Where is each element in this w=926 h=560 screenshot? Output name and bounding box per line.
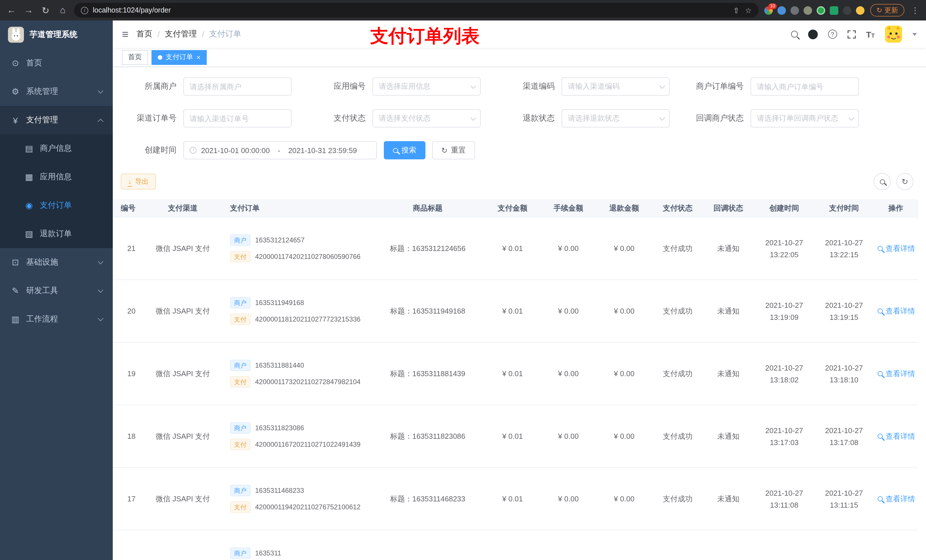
chrome-menu-icon[interactable]: ⋮ [910, 6, 920, 15]
filter-row-1: 所属商户 应用编号 请选择应用信息 渠道编码 请输入渠道编码 [121, 77, 918, 96]
reload-icon[interactable]: ↻ [40, 5, 51, 16]
view-detail-link[interactable]: 查看详情 [878, 306, 915, 316]
field-label: 渠道订单号 [121, 113, 183, 124]
chevron-down-icon [660, 83, 665, 89]
app-title: 芋道管理系统 [30, 30, 77, 40]
field-label: 商户订单编号 [688, 82, 750, 92]
chevron-down-icon [98, 88, 103, 94]
dashboard-icon: ⊙ [10, 58, 21, 68]
merchant-tag: 商户 [230, 548, 251, 559]
tab-pay-order[interactable]: 支付订单 × [151, 50, 207, 65]
forward-icon[interactable]: → [23, 5, 34, 15]
active-dot-icon [158, 55, 162, 59]
view-detail-link[interactable]: 查看详情 [878, 243, 915, 254]
sidebar: 芋道管理系统 ⊙ 首页 ⚙ 系统管理 ¥ 支付管理 ▤ 商户信息 [0, 21, 113, 560]
close-icon[interactable]: × [197, 53, 200, 61]
tool-icon: ✎ [10, 286, 21, 296]
chevron-down-icon [98, 315, 103, 321]
fullscreen-icon[interactable] [847, 30, 856, 38]
view-detail-link[interactable]: 查看详情 [878, 368, 915, 379]
chevron-down-icon [98, 259, 103, 264]
avatar-caret-icon[interactable] [912, 33, 917, 36]
pin-extension-icon[interactable] [843, 6, 851, 15]
download-icon: ↓ [128, 178, 132, 185]
hamburger-icon[interactable]: ≡ [122, 27, 129, 41]
payment-submenu: ▤ 商户信息 ▦ 应用信息 ◉ 支付订单 ▧ 退款订单 [0, 134, 113, 248]
search-button[interactable]: 搜索 [384, 141, 425, 159]
clock-icon [190, 147, 197, 154]
pay-tag: 支付 [230, 439, 251, 450]
sidebar-item-pay-order[interactable]: ◉ 支付订单 [0, 191, 113, 220]
extension-icon[interactable] [803, 6, 812, 15]
breadcrumb-home[interactable]: 首页 [136, 29, 152, 39]
briefcase-icon: ▥ [10, 314, 21, 325]
search-icon [393, 148, 398, 153]
app-select[interactable]: 请选择应用信息 [372, 77, 481, 96]
merchant-tag: 商户 [230, 234, 251, 246]
orders-table: 编号 支付渠道 支付订单 商品标题 支付金额 手续金额 退款金额 支付状态 回调… [113, 199, 918, 560]
refund-status-select[interactable]: 请选择退款状态 [561, 109, 670, 127]
chevron-down-icon [471, 115, 476, 120]
app-logo [8, 27, 24, 43]
search-icon [878, 371, 883, 376]
update-refresh-icon: ↻ [876, 6, 882, 14]
field-label: 支付状态 [310, 113, 372, 124]
extension-icon[interactable] [830, 6, 838, 15]
address-bar[interactable]: i localhost:1024/pay/order ⇧ ☆ [74, 3, 758, 18]
sidebar-item-payment[interactable]: ¥ 支付管理 [0, 106, 113, 134]
notify-status-select[interactable]: 请选择订单回调商户状态 [750, 109, 859, 127]
user-avatar[interactable] [885, 26, 902, 43]
browser-chrome: ← → ↻ ⌂ i localhost:1024/pay/order ⇧ ☆ 1… [0, 0, 926, 21]
view-detail-link[interactable]: 查看详情 [878, 494, 915, 504]
share-icon[interactable]: ⇧ [733, 6, 740, 15]
grid-icon: ▦ [24, 172, 34, 182]
main-area: ≡ 首页 / 支付管理 / 支付订单 支付订单列表 ? TT [113, 21, 926, 560]
card-icon: ▤ [24, 143, 34, 154]
refresh-table-button[interactable]: ↻ [896, 173, 914, 190]
pay-tag: 支付 [230, 251, 251, 263]
help-icon[interactable]: ? [828, 30, 837, 39]
sidebar-item-infrastructure[interactable]: ⊡ 基础设施 [0, 248, 113, 276]
toggle-search-button[interactable] [874, 173, 891, 190]
font-size-icon[interactable]: TT [866, 29, 875, 39]
table-toolbar: ↓ 导出 ↻ [121, 173, 918, 190]
search-icon[interactable] [791, 31, 797, 38]
merchant-select-input[interactable] [183, 77, 292, 96]
sidebar-item-system[interactable]: ⚙ 系统管理 [0, 77, 113, 106]
profile-face-icon[interactable] [856, 6, 864, 15]
extension-icon[interactable] [790, 6, 799, 15]
extension-icon[interactable] [777, 6, 786, 15]
reset-button[interactable]: ↻ 重置 [432, 141, 475, 159]
extension-icon[interactable]: 10 [764, 6, 773, 15]
search-icon [878, 308, 883, 314]
export-button[interactable]: ↓ 导出 [121, 174, 156, 190]
extension-icon[interactable] [817, 6, 825, 15]
sidebar-item-refund-order[interactable]: ▧ 退款订单 [0, 220, 113, 248]
sidebar-item-home[interactable]: ⊙ 首页 [0, 49, 113, 77]
refresh-icon: ↻ [441, 146, 448, 154]
info-icon[interactable]: i [81, 6, 88, 14]
merchant-order-no-input[interactable] [750, 77, 859, 96]
home-icon[interactable]: ⌂ [57, 5, 68, 15]
tab-home[interactable]: 首页 [122, 50, 148, 65]
channel-order-no-input[interactable] [183, 109, 292, 127]
target-icon: ◉ [24, 200, 34, 211]
github-icon[interactable] [808, 29, 817, 39]
pay-tag: 支付 [230, 501, 251, 513]
table-row: 19 微信 JSAPI 支付 商户1635311881440 支付4200001… [113, 343, 918, 405]
chrome-update-button[interactable]: ↻ 更新 [870, 4, 904, 17]
field-label: 回调商户状态 [688, 113, 750, 124]
sidebar-item-app-info[interactable]: ▦ 应用信息 [0, 163, 113, 191]
pay-status-select[interactable]: 请选择支付状态 [372, 109, 481, 127]
breadcrumb-payment[interactable]: 支付管理 [165, 29, 197, 39]
back-icon[interactable]: ← [6, 5, 17, 15]
sidebar-item-merchant-info[interactable]: ▤ 商户信息 [0, 134, 113, 163]
sidebar-item-workflow[interactable]: ▥ 工作流程 [0, 305, 113, 334]
page: ← → ↻ ⌂ i localhost:1024/pay/order ⇧ ☆ 1… [0, 0, 926, 560]
chevron-up-icon [98, 118, 103, 124]
view-detail-link[interactable]: 查看详情 [878, 431, 915, 441]
sidebar-item-dev-tools[interactable]: ✎ 研发工具 [0, 276, 113, 305]
channel-code-select[interactable]: 请输入渠道编码 [561, 77, 670, 96]
create-time-range-picker[interactable]: 2021-10-01 00:00:00 - 2021-10-31 23:59:5… [183, 141, 377, 159]
bookmark-star-icon[interactable]: ☆ [745, 6, 752, 15]
